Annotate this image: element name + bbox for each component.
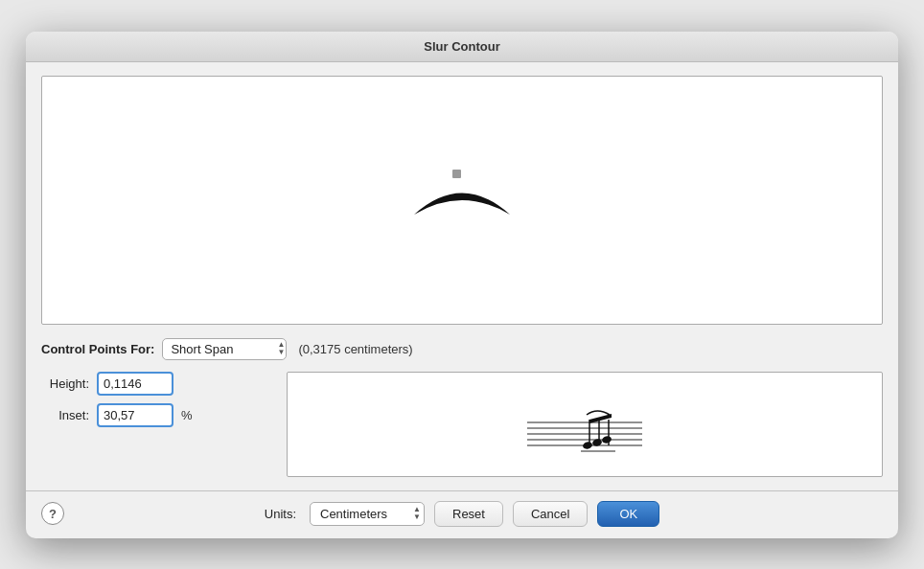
music-notation-svg — [508, 376, 661, 472]
span-select-wrapper: Short Span Medium Span Long Span ▲ ▼ — [162, 338, 287, 360]
height-input[interactable] — [97, 372, 173, 396]
reset-button[interactable]: Reset — [434, 501, 503, 527]
bottom-bar: ? Units: Centimeters Inches Points Space… — [26, 491, 898, 538]
left-panel: Height: Inset: % — [41, 372, 271, 427]
svg-point-9 — [582, 441, 592, 449]
inset-row: Inset: % — [41, 403, 271, 427]
inset-label: Inset: — [41, 408, 89, 422]
units-select[interactable]: Centimeters Inches Points Spaces — [310, 502, 425, 526]
slur-shape-svg — [385, 162, 539, 239]
main-area: Height: Inset: % — [41, 372, 883, 477]
svg-point-11 — [601, 435, 612, 444]
units-label: Units: — [265, 507, 296, 521]
slur-preview-canvas — [41, 76, 883, 325]
span-select[interactable]: Short Span Medium Span Long Span — [162, 338, 287, 360]
inset-input[interactable] — [97, 403, 173, 427]
cancel-button[interactable]: Cancel — [513, 501, 588, 527]
height-row: Height: — [41, 372, 271, 396]
dialog-title: Slur Contour — [424, 39, 499, 54]
control-points-row: Control Points For: Short Span Medium Sp… — [41, 338, 883, 360]
help-button[interactable]: ? — [41, 502, 64, 525]
dialog-body: Control Points For: Short Span Medium Sp… — [26, 62, 898, 490]
slur-contour-dialog: Slur Contour Control Points For: Short S… — [26, 32, 898, 538]
help-label: ? — [49, 507, 57, 521]
units-select-wrapper: Centimeters Inches Points Spaces ▲ ▼ — [310, 502, 425, 526]
inset-unit: % — [181, 408, 193, 422]
ok-button[interactable]: OK — [597, 501, 659, 527]
unit-info-text: (0,3175 centimeters) — [298, 342, 412, 356]
dialog-title-bar: Slur Contour — [26, 32, 898, 62]
svg-rect-0 — [452, 170, 461, 178]
music-preview-box — [287, 372, 883, 477]
control-points-label: Control Points For: — [41, 342, 154, 356]
height-label: Height: — [41, 376, 89, 391]
